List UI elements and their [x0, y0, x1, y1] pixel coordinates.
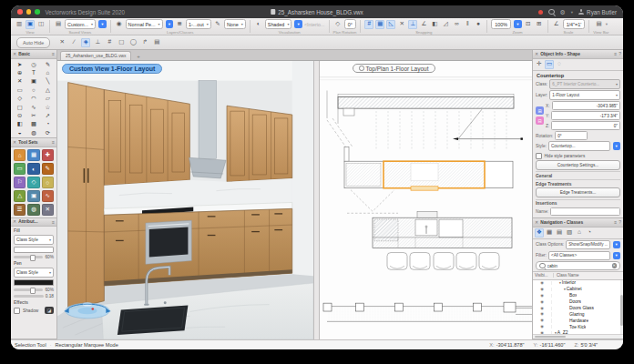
view-bar-icon[interactable]: ▤: [595, 20, 604, 29]
class-search-field[interactable]: ✕: [536, 261, 620, 270]
coordinate-ref-icon[interactable]: ⊟: [536, 116, 544, 125]
snap-toggle-icon[interactable]: ✕: [397, 20, 406, 29]
pen-opacity-slider[interactable]: 60%: [14, 288, 54, 292]
saved-views-menu-button[interactable]: ▾: [98, 20, 107, 28]
snap-toggle-icon[interactable]: ⊥: [408, 20, 417, 29]
scale-value[interactable]: 1/4"=1': [563, 19, 586, 30]
coordinate-mode-icon[interactable]: ⊞: [536, 106, 544, 115]
document-tab[interactable]: 25_Asharsken_use_BLDG.vwx: [60, 51, 131, 60]
navigation-tab-icon[interactable]: ▤: [555, 228, 564, 238]
new-tab-button[interactable]: +: [134, 52, 142, 60]
close-window-button[interactable]: [17, 9, 23, 15]
class-row[interactable]: ◉Glazing: [533, 311, 623, 318]
class-row[interactable]: ◉Toe Kick: [533, 324, 623, 330]
countertop-settings-button[interactable]: Countertop Settings...: [536, 160, 620, 170]
basic-tool-icon[interactable]: ◔: [41, 119, 55, 127]
basic-tool-icon[interactable]: ✕: [13, 76, 26, 85]
snap-toggle-icon[interactable]: #: [364, 20, 373, 29]
document-proxy[interactable]: 25_Asharsken House_BLDG.vwx: [271, 9, 363, 15]
basic-tool-icon[interactable]: ◷: [26, 60, 40, 68]
tool-mode-icon[interactable]: ⊥: [93, 38, 102, 47]
search-input[interactable]: [547, 264, 610, 268]
tool-set-icon[interactable]: ○: [42, 177, 54, 188]
basic-tool-icon[interactable]: ⊕: [13, 68, 26, 76]
basic-tool-icon[interactable]: ╲: [41, 76, 55, 85]
palette-menu-icon[interactable]: ≡: [52, 51, 55, 56]
search-icon[interactable]: [548, 9, 555, 15]
fill-opacity-slider[interactable]: 60%: [14, 255, 54, 259]
class-select[interactable]: None▾: [224, 19, 246, 30]
view-toggle-icon[interactable]: ◫: [36, 20, 46, 29]
shadow-settings-button[interactable]: ◪: [45, 307, 54, 314]
basic-tool-icon[interactable]: ➚: [41, 111, 55, 119]
pane-plan-view[interactable]: Top/Plan 1-Floor Layout: [320, 61, 532, 339]
render-mode-select[interactable]: Shaded▾: [265, 19, 292, 30]
view-bar-caret-icon[interactable]: ▾: [606, 22, 608, 26]
tool-mode-icon[interactable]: ✕: [57, 38, 66, 47]
basic-tool-icon[interactable]: ✎: [41, 60, 55, 68]
class-row[interactable]: ◉Doors Glass: [533, 305, 623, 311]
style-dropdown[interactable]: Countertop...: [548, 141, 610, 151]
zoom-tool-icon[interactable]: ⊡: [524, 20, 533, 29]
basic-tool-icon[interactable]: ▱: [41, 94, 55, 102]
object-info-tab-icon[interactable]: ◌: [555, 60, 564, 69]
pane-3d-view[interactable]: Custom View 1-Floor Layout: [57, 61, 313, 339]
render-style-menu-button[interactable]: ▾: [166, 20, 174, 28]
navigation-tab-icon[interactable]: ◔: [585, 228, 594, 238]
close-palette-icon[interactable]: ✕: [13, 219, 16, 224]
class-options-menu-button[interactable]: ▾: [613, 241, 621, 249]
palette-help-icon[interactable]: ?: [619, 219, 621, 225]
palette-menu-icon[interactable]: ≡: [614, 51, 617, 56]
navigation-tab-icon[interactable]: ⌂: [575, 228, 584, 238]
tool-set-icon[interactable]: ◍: [27, 204, 39, 216]
layer-select[interactable]: 1-...out▾: [186, 19, 211, 30]
attributes-palette-header[interactable]: ✕ Attribut... ≡: [11, 218, 56, 228]
basic-tool-icon[interactable]: T: [26, 68, 40, 76]
zoom-value[interactable]: 100%: [491, 19, 511, 30]
snap-toggle-icon[interactable]: ▦: [375, 20, 384, 29]
hide-style-checkbox[interactable]: [536, 153, 542, 159]
tool-set-icon[interactable]: ✎: [42, 163, 54, 175]
navigation-tab-icon[interactable]: ❖: [535, 228, 544, 238]
navigation-header[interactable]: ✕ Navigation - Classes ≡ ?: [533, 218, 623, 228]
y-coordinate-field[interactable]: -17'3 3/4": [551, 111, 620, 120]
filter-menu-button[interactable]: ▾: [613, 252, 621, 260]
shadow-checkbox[interactable]: [14, 308, 20, 314]
edge-treatments-button[interactable]: Edge Treatments...: [536, 187, 620, 197]
layers-icon[interactable]: ≣: [175, 20, 184, 29]
close-palette-icon[interactable]: ✕: [13, 140, 16, 145]
view-banner-plan[interactable]: Top/Plan 1-Floor Layout: [353, 64, 435, 73]
basic-tool-icon[interactable]: ◧: [13, 119, 26, 127]
tool-set-icon[interactable]: ∿: [42, 190, 54, 202]
tool-set-icon[interactable]: ◇: [27, 177, 39, 188]
tool-mode-icon[interactable]: ▤: [152, 38, 161, 47]
snap-toggle-icon[interactable]: ◺: [386, 20, 395, 29]
close-palette-icon[interactable]: ✕: [535, 220, 538, 225]
visibility-eye-icon[interactable]: ◉: [540, 312, 544, 316]
notification-badge-icon[interactable]: [538, 10, 543, 15]
zoom-window-button[interactable]: [35, 9, 40, 15]
navigation-tab-icon[interactable]: ▦: [545, 228, 554, 238]
tool-sets-palette-header[interactable]: ✕ Tool Sets ≡: [11, 138, 56, 147]
basic-tool-icon[interactable]: ∿: [26, 102, 40, 110]
snap-aux-icon[interactable]: ‖: [463, 20, 472, 29]
snap-toggle-icon[interactable]: ◿: [441, 20, 450, 29]
visibility-eye-icon[interactable]: ◉: [540, 294, 544, 298]
saved-views-select[interactable]: Custom...▾: [65, 19, 96, 30]
edge-treatments-section[interactable]: Edge Treatments: [536, 179, 620, 187]
class-options-dropdown[interactable]: Show/Snap/Modify ...: [566, 240, 609, 250]
plan-rotation-icon[interactable]: ◇: [333, 20, 343, 29]
tool-set-icon[interactable]: ▦: [27, 149, 39, 161]
render-mode-menu-button[interactable]: ▾: [294, 20, 302, 28]
visibility-eye-icon[interactable]: ◉: [540, 307, 544, 310]
class-list-hscrollbar[interactable]: [533, 334, 623, 339]
z-coordinate-field[interactable]: 0": [551, 121, 620, 130]
tool-set-icon[interactable]: ☰: [14, 204, 26, 216]
pen-weight-control[interactable]: 0.18: [14, 294, 54, 298]
tool-set-icon[interactable]: △: [14, 190, 26, 202]
class-row[interactable]: ◉▾Cabinet: [533, 287, 623, 293]
tool-mode-icon[interactable]: #: [105, 38, 114, 47]
style-menu-button[interactable]: ▾: [613, 142, 621, 150]
basic-tool-icon[interactable]: ◍: [26, 128, 40, 136]
visualization-icon[interactable]: ◐: [254, 20, 263, 29]
